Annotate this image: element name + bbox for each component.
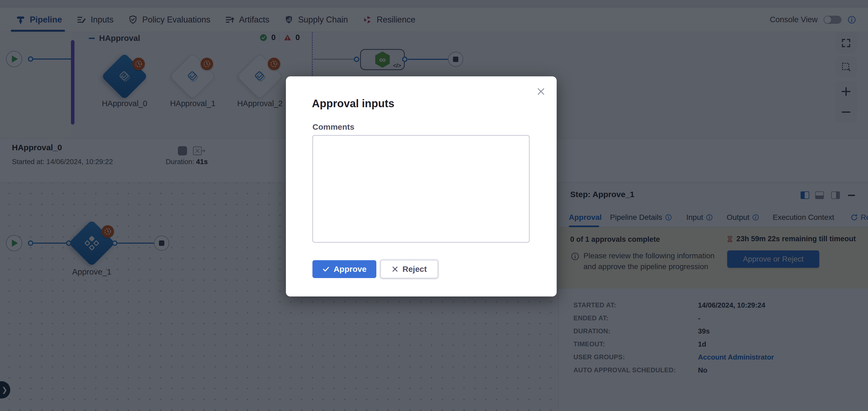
approval-inputs-dialog: Approval inputs Comments Approve Reject bbox=[286, 76, 557, 296]
x-icon bbox=[392, 265, 399, 273]
reject-button[interactable]: Reject bbox=[381, 260, 438, 278]
check-icon bbox=[322, 265, 330, 273]
comments-textarea[interactable] bbox=[312, 135, 530, 243]
dialog-title: Approval inputs bbox=[312, 97, 394, 109]
dialog-buttons: Approve Reject bbox=[312, 260, 438, 278]
comments-label: Comments bbox=[312, 122, 354, 132]
close-icon[interactable] bbox=[535, 86, 547, 97]
approve-button[interactable]: Approve bbox=[312, 260, 376, 278]
execution-page: Pipeline Inputs Policy Evaluations Art bbox=[0, 0, 868, 411]
